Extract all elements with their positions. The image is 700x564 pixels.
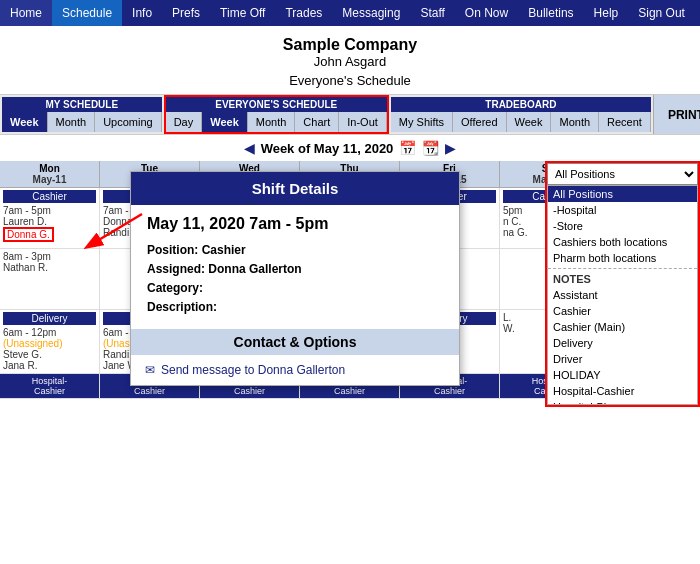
positions-select[interactable]: All Positions <box>547 163 698 185</box>
tab-chart[interactable]: Chart <box>295 112 339 132</box>
pos-all-positions[interactable]: All Positions <box>548 186 697 202</box>
positions-list: All Positions -Hospital -Store Cashiers … <box>547 185 698 405</box>
schedule-navigation: MY SCHEDULE Week Month Upcoming EVERYONE… <box>0 94 700 135</box>
nav-time-off[interactable]: Time Off <box>210 0 275 26</box>
donna-g-highlighted[interactable]: Donna G. <box>3 227 54 242</box>
pos-hospital[interactable]: -Hospital <box>548 202 697 218</box>
nav-prefs[interactable]: Prefs <box>162 0 210 26</box>
my-schedule-tabs: Week Month Upcoming <box>2 112 162 132</box>
top-navigation: Home Schedule Info Prefs Time Off Trades… <box>0 0 700 26</box>
day-header-mon: MonMay-11 <box>0 161 100 188</box>
pos-store[interactable]: -Store <box>548 218 697 234</box>
user-name: John Asgard <box>0 54 700 69</box>
tab-my-week[interactable]: Week <box>2 112 48 132</box>
nav-help[interactable]: Help <box>584 0 629 26</box>
tab-day[interactable]: Day <box>166 112 203 132</box>
popup-body: May 11, 2020 7am - 5pm Position: Cashier… <box>131 205 459 329</box>
popup-assigned-value: Donna Gallerton <box>208 262 301 276</box>
calendar-icon[interactable]: 📅 <box>399 140 416 156</box>
pos-hospital-pharm[interactable]: Hospital-Pharm <box>548 399 697 405</box>
popup-date-time: May 11, 2020 7am - 5pm <box>147 215 443 233</box>
tab-my-upcoming[interactable]: Upcoming <box>95 112 162 132</box>
popup-position-value: Cashier <box>202 243 246 257</box>
pos-delivery[interactable]: Delivery <box>548 335 697 351</box>
company-name: Sample Company <box>0 36 700 54</box>
nav-trades[interactable]: Trades <box>275 0 332 26</box>
popup-position: Position: Cashier <box>147 243 443 257</box>
everyones-schedule-section: EVERYONE'S SCHEDULE Day Week Month Chart… <box>164 95 389 134</box>
print-button[interactable]: PRINT <box>653 95 700 134</box>
pos-holiday[interactable]: HOLIDAY <box>548 367 697 383</box>
tab-week[interactable]: Week <box>202 112 248 132</box>
pos-hospital-cashier[interactable]: Hospital-Cashier <box>548 383 697 399</box>
tradeboard-tabs: My Shifts Offered Week Month Recent <box>391 112 651 132</box>
send-message-link[interactable]: ✉ Send message to Donna Gallerton <box>131 355 459 385</box>
red-arrow-indicator <box>72 209 152 252</box>
tradeboard-section: TRADEBOARD My Shifts Offered Week Month … <box>389 95 653 134</box>
nav-home[interactable]: Home <box>0 0 52 26</box>
popup-category: Category: <box>147 281 443 295</box>
tab-recent[interactable]: Recent <box>599 112 651 132</box>
schedule-type-label: Everyone's Schedule <box>0 73 700 88</box>
nav-sign-out[interactable]: Sign Out <box>628 0 695 26</box>
nav-on-now[interactable]: On Now <box>455 0 518 26</box>
svg-line-1 <box>92 214 142 244</box>
pos-notes-header: NOTES <box>548 271 697 287</box>
message-icon: ✉ <box>145 363 155 377</box>
calendar-alt-icon[interactable]: 📆 <box>422 140 439 156</box>
nav-messaging[interactable]: Messaging <box>332 0 410 26</box>
pos-assistant[interactable]: Assistant <box>548 287 697 303</box>
week-label: Week of May 11, 2020 <box>261 141 394 156</box>
delivery-label-mon: Delivery <box>3 312 96 325</box>
my-schedule-section: MY SCHEDULE Week Month Upcoming <box>0 95 164 134</box>
cell-mon-delivery: Delivery 6am - 12pm (Unassigned) Steve G… <box>0 310 100 373</box>
pos-cashier[interactable]: Cashier <box>548 303 697 319</box>
tradeboard-label: TRADEBOARD <box>391 97 651 112</box>
tab-offered[interactable]: Offered <box>453 112 507 132</box>
cell-mon-nathan: 8am - 3pm Nathan R. <box>0 249 100 309</box>
tab-month[interactable]: Month <box>248 112 296 132</box>
nav-staff[interactable]: Staff <box>410 0 454 26</box>
main-content: MonMay-11 TueMay-12 WedMay-13 ThuMay-14 … <box>0 161 700 399</box>
pos-driver[interactable]: Driver <box>548 351 697 367</box>
pos-pharm-both[interactable]: Pharm both locations <box>548 250 697 266</box>
bottom-mon: Hospital-Cashier <box>0 374 100 398</box>
nav-schedule[interactable]: Schedule <box>52 0 122 26</box>
popup-description: Description: <box>147 300 443 314</box>
tab-trade-week[interactable]: Week <box>507 112 552 132</box>
tab-my-shifts[interactable]: My Shifts <box>391 112 453 132</box>
my-schedule-label: MY SCHEDULE <box>2 97 162 112</box>
pos-cashiers-both[interactable]: Cashiers both locations <box>548 234 697 250</box>
everyones-tabs: Day Week Month Chart In-Out <box>166 112 387 132</box>
contact-options-label: Contact & Options <box>131 329 459 355</box>
popup-title: Shift Details <box>131 172 459 205</box>
tab-in-out[interactable]: In-Out <box>339 112 387 132</box>
tab-my-month[interactable]: Month <box>48 112 96 132</box>
everyones-label: EVERYONE'S SCHEDULE <box>166 97 387 112</box>
send-message-text: Send message to Donna Gallerton <box>161 363 345 377</box>
shift-details-popup: Shift Details May 11, 2020 7am - 5pm Pos… <box>130 171 460 386</box>
page-header: Sample Company John Asgard Everyone's Sc… <box>0 26 700 94</box>
nav-bulletins[interactable]: Bulletins <box>518 0 583 26</box>
cashier-label-mon: Cashier <box>3 190 96 203</box>
positions-panel: All Positions All Positions -Hospital -S… <box>545 161 700 407</box>
popup-assigned: Assigned: Donna Gallerton <box>147 262 443 276</box>
next-week-button[interactable]: ▶ <box>445 140 456 156</box>
prev-week-button[interactable]: ◀ <box>244 140 255 156</box>
nav-info[interactable]: Info <box>122 0 162 26</box>
week-navigation: ◀ Week of May 11, 2020 📅 📆 ▶ <box>0 135 700 161</box>
tab-trade-month[interactable]: Month <box>551 112 599 132</box>
pos-cashier-main[interactable]: Cashier (Main) <box>548 319 697 335</box>
